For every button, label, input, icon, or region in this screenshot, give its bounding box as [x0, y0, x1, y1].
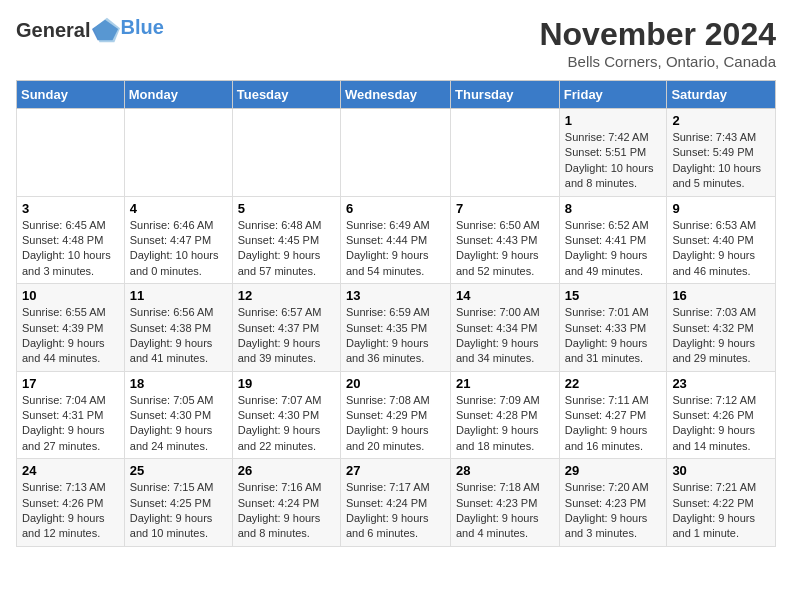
day-number: 18 [130, 376, 227, 391]
calendar-table: SundayMondayTuesdayWednesdayThursdayFrid… [16, 80, 776, 547]
day-number: 6 [346, 201, 445, 216]
calendar-cell: 13Sunrise: 6:59 AM Sunset: 4:35 PM Dayli… [340, 284, 450, 372]
calendar-week-row: 10Sunrise: 6:55 AM Sunset: 4:39 PM Dayli… [17, 284, 776, 372]
calendar-cell: 9Sunrise: 6:53 AM Sunset: 4:40 PM Daylig… [667, 196, 776, 284]
calendar-header-row: SundayMondayTuesdayWednesdayThursdayFrid… [17, 81, 776, 109]
day-number: 8 [565, 201, 662, 216]
calendar-cell [451, 109, 560, 197]
day-number: 12 [238, 288, 335, 303]
calendar-cell: 19Sunrise: 7:07 AM Sunset: 4:30 PM Dayli… [232, 371, 340, 459]
calendar-cell: 21Sunrise: 7:09 AM Sunset: 4:28 PM Dayli… [451, 371, 560, 459]
day-info: Sunrise: 6:52 AM Sunset: 4:41 PM Dayligh… [565, 218, 662, 280]
day-number: 17 [22, 376, 119, 391]
title-block: November 2024 Bells Corners, Ontario, Ca… [539, 16, 776, 70]
day-info: Sunrise: 7:05 AM Sunset: 4:30 PM Dayligh… [130, 393, 227, 455]
calendar-cell [17, 109, 125, 197]
page-header: General Blue November 2024 Bells Corners… [16, 16, 776, 70]
day-number: 10 [22, 288, 119, 303]
day-info: Sunrise: 7:16 AM Sunset: 4:24 PM Dayligh… [238, 480, 335, 542]
calendar-cell: 18Sunrise: 7:05 AM Sunset: 4:30 PM Dayli… [124, 371, 232, 459]
day-number: 15 [565, 288, 662, 303]
logo-icon [92, 16, 120, 44]
calendar-cell: 29Sunrise: 7:20 AM Sunset: 4:23 PM Dayli… [559, 459, 667, 547]
calendar-cell: 16Sunrise: 7:03 AM Sunset: 4:32 PM Dayli… [667, 284, 776, 372]
day-info: Sunrise: 7:42 AM Sunset: 5:51 PM Dayligh… [565, 130, 662, 192]
day-number: 4 [130, 201, 227, 216]
weekday-header: Monday [124, 81, 232, 109]
weekday-header: Friday [559, 81, 667, 109]
calendar-cell: 24Sunrise: 7:13 AM Sunset: 4:26 PM Dayli… [17, 459, 125, 547]
calendar-cell: 14Sunrise: 7:00 AM Sunset: 4:34 PM Dayli… [451, 284, 560, 372]
day-info: Sunrise: 6:55 AM Sunset: 4:39 PM Dayligh… [22, 305, 119, 367]
day-number: 11 [130, 288, 227, 303]
day-info: Sunrise: 7:00 AM Sunset: 4:34 PM Dayligh… [456, 305, 554, 367]
day-info: Sunrise: 7:18 AM Sunset: 4:23 PM Dayligh… [456, 480, 554, 542]
weekday-header: Thursday [451, 81, 560, 109]
calendar-cell [124, 109, 232, 197]
day-info: Sunrise: 7:13 AM Sunset: 4:26 PM Dayligh… [22, 480, 119, 542]
day-info: Sunrise: 6:56 AM Sunset: 4:38 PM Dayligh… [130, 305, 227, 367]
day-number: 14 [456, 288, 554, 303]
calendar-cell [232, 109, 340, 197]
day-info: Sunrise: 6:53 AM Sunset: 4:40 PM Dayligh… [672, 218, 770, 280]
day-number: 28 [456, 463, 554, 478]
weekday-header: Tuesday [232, 81, 340, 109]
calendar-week-row: 3Sunrise: 6:45 AM Sunset: 4:48 PM Daylig… [17, 196, 776, 284]
day-number: 9 [672, 201, 770, 216]
day-info: Sunrise: 7:08 AM Sunset: 4:29 PM Dayligh… [346, 393, 445, 455]
day-info: Sunrise: 7:43 AM Sunset: 5:49 PM Dayligh… [672, 130, 770, 192]
calendar-cell: 17Sunrise: 7:04 AM Sunset: 4:31 PM Dayli… [17, 371, 125, 459]
calendar-cell: 3Sunrise: 6:45 AM Sunset: 4:48 PM Daylig… [17, 196, 125, 284]
day-number: 13 [346, 288, 445, 303]
calendar-week-row: 24Sunrise: 7:13 AM Sunset: 4:26 PM Dayli… [17, 459, 776, 547]
calendar-cell: 23Sunrise: 7:12 AM Sunset: 4:26 PM Dayli… [667, 371, 776, 459]
calendar-cell: 10Sunrise: 6:55 AM Sunset: 4:39 PM Dayli… [17, 284, 125, 372]
day-number: 26 [238, 463, 335, 478]
calendar-cell: 27Sunrise: 7:17 AM Sunset: 4:24 PM Dayli… [340, 459, 450, 547]
day-number: 24 [22, 463, 119, 478]
day-number: 22 [565, 376, 662, 391]
day-number: 23 [672, 376, 770, 391]
calendar-cell: 30Sunrise: 7:21 AM Sunset: 4:22 PM Dayli… [667, 459, 776, 547]
day-info: Sunrise: 7:03 AM Sunset: 4:32 PM Dayligh… [672, 305, 770, 367]
calendar-cell: 15Sunrise: 7:01 AM Sunset: 4:33 PM Dayli… [559, 284, 667, 372]
day-info: Sunrise: 6:49 AM Sunset: 4:44 PM Dayligh… [346, 218, 445, 280]
calendar-cell: 28Sunrise: 7:18 AM Sunset: 4:23 PM Dayli… [451, 459, 560, 547]
day-number: 29 [565, 463, 662, 478]
day-info: Sunrise: 6:50 AM Sunset: 4:43 PM Dayligh… [456, 218, 554, 280]
day-info: Sunrise: 7:01 AM Sunset: 4:33 PM Dayligh… [565, 305, 662, 367]
calendar-week-row: 17Sunrise: 7:04 AM Sunset: 4:31 PM Dayli… [17, 371, 776, 459]
calendar-cell: 26Sunrise: 7:16 AM Sunset: 4:24 PM Dayli… [232, 459, 340, 547]
day-info: Sunrise: 7:17 AM Sunset: 4:24 PM Dayligh… [346, 480, 445, 542]
calendar-cell: 7Sunrise: 6:50 AM Sunset: 4:43 PM Daylig… [451, 196, 560, 284]
day-number: 5 [238, 201, 335, 216]
day-number: 27 [346, 463, 445, 478]
day-number: 3 [22, 201, 119, 216]
day-info: Sunrise: 7:11 AM Sunset: 4:27 PM Dayligh… [565, 393, 662, 455]
day-info: Sunrise: 7:09 AM Sunset: 4:28 PM Dayligh… [456, 393, 554, 455]
calendar-cell: 5Sunrise: 6:48 AM Sunset: 4:45 PM Daylig… [232, 196, 340, 284]
calendar-cell: 25Sunrise: 7:15 AM Sunset: 4:25 PM Dayli… [124, 459, 232, 547]
day-number: 7 [456, 201, 554, 216]
calendar-cell: 1Sunrise: 7:42 AM Sunset: 5:51 PM Daylig… [559, 109, 667, 197]
day-info: Sunrise: 7:21 AM Sunset: 4:22 PM Dayligh… [672, 480, 770, 542]
day-number: 20 [346, 376, 445, 391]
day-number: 21 [456, 376, 554, 391]
calendar-cell: 4Sunrise: 6:46 AM Sunset: 4:47 PM Daylig… [124, 196, 232, 284]
calendar-cell: 2Sunrise: 7:43 AM Sunset: 5:49 PM Daylig… [667, 109, 776, 197]
weekday-header: Saturday [667, 81, 776, 109]
calendar-cell: 20Sunrise: 7:08 AM Sunset: 4:29 PM Dayli… [340, 371, 450, 459]
weekday-header: Wednesday [340, 81, 450, 109]
day-number: 1 [565, 113, 662, 128]
day-info: Sunrise: 6:45 AM Sunset: 4:48 PM Dayligh… [22, 218, 119, 280]
day-number: 16 [672, 288, 770, 303]
day-number: 30 [672, 463, 770, 478]
logo-general-text: General [16, 19, 90, 42]
day-info: Sunrise: 7:04 AM Sunset: 4:31 PM Dayligh… [22, 393, 119, 455]
logo: General Blue [16, 16, 164, 44]
day-info: Sunrise: 7:15 AM Sunset: 4:25 PM Dayligh… [130, 480, 227, 542]
day-info: Sunrise: 7:07 AM Sunset: 4:30 PM Dayligh… [238, 393, 335, 455]
day-info: Sunrise: 7:12 AM Sunset: 4:26 PM Dayligh… [672, 393, 770, 455]
day-info: Sunrise: 6:57 AM Sunset: 4:37 PM Dayligh… [238, 305, 335, 367]
location: Bells Corners, Ontario, Canada [539, 53, 776, 70]
